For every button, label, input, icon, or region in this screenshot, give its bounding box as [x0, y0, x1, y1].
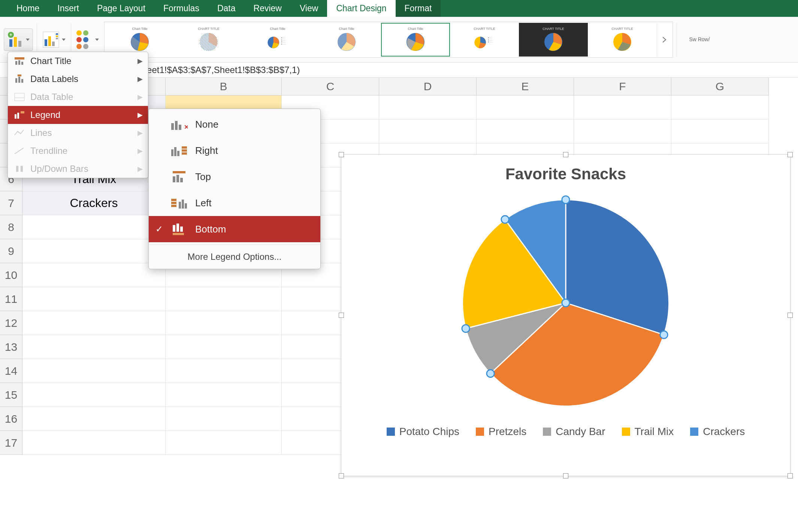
- pie-chart[interactable]: [341, 194, 790, 411]
- tab-format[interactable]: Format: [396, 0, 441, 17]
- legend-none[interactable]: ✕ None: [149, 111, 320, 137]
- cell[interactable]: [166, 431, 282, 455]
- row-header[interactable]: 10: [0, 263, 22, 287]
- svg-rect-50: [182, 146, 187, 149]
- tab-insert[interactable]: Insert: [48, 0, 88, 17]
- chart-style-6[interactable]: CHART TITLE ■ ——■ ——■ ——: [450, 23, 519, 57]
- chart-style-2[interactable]: CHART TITLE: [174, 23, 243, 57]
- cell[interactable]: [22, 215, 166, 239]
- cell[interactable]: [671, 119, 769, 143]
- tab-page-layout[interactable]: Page Layout: [88, 0, 154, 17]
- change-colors-button[interactable]: [75, 29, 100, 51]
- cell[interactable]: [22, 287, 166, 311]
- switch-row-column-button[interactable]: Sw Row/: [688, 37, 711, 42]
- cell[interactable]: [166, 335, 282, 359]
- menu-item-legend[interactable]: Legend▶: [8, 106, 148, 124]
- tab-review[interactable]: Review: [245, 0, 291, 17]
- cell[interactable]: [166, 407, 282, 431]
- row-header[interactable]: 12: [0, 311, 22, 335]
- legend-left[interactable]: Left: [149, 190, 320, 216]
- cell[interactable]: [22, 359, 166, 383]
- tab-data[interactable]: Data: [208, 0, 245, 17]
- cell[interactable]: [22, 263, 166, 287]
- legend-bottom[interactable]: ✓ Bottom: [149, 216, 320, 242]
- trendline-icon: [14, 146, 25, 155]
- svg-rect-53: [173, 171, 185, 173]
- resize-handle[interactable]: [563, 152, 568, 157]
- cell[interactable]: [166, 311, 282, 335]
- cell[interactable]: [22, 431, 166, 455]
- resize-handle[interactable]: [339, 473, 344, 478]
- resize-handle[interactable]: [788, 152, 793, 157]
- svg-text:+: +: [9, 32, 12, 37]
- row-header[interactable]: 8: [0, 215, 22, 239]
- tab-home[interactable]: Home: [7, 0, 48, 17]
- cell[interactable]: [166, 359, 282, 383]
- svg-text:■ ——: ■ ——: [281, 39, 286, 40]
- col-header-b[interactable]: B: [166, 77, 282, 95]
- col-header-f[interactable]: F: [574, 77, 671, 95]
- cell[interactable]: [22, 383, 166, 407]
- cell[interactable]: [574, 95, 671, 119]
- col-header-d[interactable]: D: [379, 77, 477, 95]
- chart-style-7[interactable]: CHART TITLE: [519, 23, 588, 57]
- svg-rect-55: [176, 175, 179, 182]
- cell[interactable]: [22, 239, 166, 263]
- chart-title[interactable]: Favorite Snacks: [341, 165, 790, 183]
- row-header[interactable]: 7: [0, 191, 22, 215]
- svg-rect-37: [15, 114, 16, 119]
- chart-styles-more-button[interactable]: [657, 23, 672, 57]
- legend-right[interactable]: Right: [149, 137, 320, 164]
- chart-style-1[interactable]: Chart Title: [105, 23, 174, 57]
- row-header[interactable]: 9: [0, 239, 22, 263]
- add-chart-element-button[interactable]: +: [4, 28, 33, 51]
- resize-handle[interactable]: [339, 152, 344, 157]
- chart-style-3[interactable]: Chart Title ■ ——■ ——■ ——■ ——: [243, 23, 312, 57]
- row-header[interactable]: 13: [0, 335, 22, 359]
- resize-handle[interactable]: [339, 313, 344, 318]
- svg-rect-30: [21, 62, 23, 65]
- svg-rect-45: [179, 125, 181, 130]
- cell[interactable]: [22, 335, 166, 359]
- cell[interactable]: [166, 287, 282, 311]
- legend-more-options[interactable]: More Legend Options...: [149, 247, 320, 267]
- cell[interactable]: [379, 119, 477, 143]
- chart-style-5[interactable]: Chart Title: [381, 23, 450, 57]
- row-header[interactable]: 16: [0, 407, 22, 431]
- col-header-e[interactable]: E: [477, 77, 574, 95]
- tab-view[interactable]: View: [291, 0, 327, 17]
- col-header-g[interactable]: G: [671, 77, 769, 95]
- cell[interactable]: [22, 407, 166, 431]
- tab-chart-design[interactable]: Chart Design: [327, 0, 395, 17]
- row-header[interactable]: 11: [0, 287, 22, 311]
- chart-style-8[interactable]: CHART TITLE: [588, 23, 657, 57]
- row-header[interactable]: 15: [0, 383, 22, 407]
- col-header-c[interactable]: C: [282, 77, 379, 95]
- cell-a7[interactable]: Crackers: [22, 191, 166, 215]
- svg-rect-8: [52, 42, 55, 46]
- row-header[interactable]: 14: [0, 359, 22, 383]
- chart-legend[interactable]: Potato Chips Pretzels Candy Bar Trail Mi…: [341, 426, 790, 438]
- cell[interactable]: [574, 119, 671, 143]
- resize-handle[interactable]: [788, 313, 793, 318]
- cell[interactable]: [166, 383, 282, 407]
- tab-formulas[interactable]: Formulas: [154, 0, 208, 17]
- row-header[interactable]: 17: [0, 431, 22, 455]
- svg-rect-2: [9, 39, 12, 47]
- menu-item-data-labels[interactable]: Data Labels▶: [8, 70, 148, 88]
- chart-object[interactable]: Favorite Snacks Potato Chips Pretzels Ca…: [341, 154, 791, 476]
- legend-top[interactable]: Top: [149, 164, 320, 190]
- resize-handle[interactable]: [788, 473, 793, 478]
- data-labels-icon: [14, 75, 25, 83]
- quick-layout-button[interactable]: [41, 30, 67, 50]
- cell[interactable]: [477, 119, 574, 143]
- chevron-right-icon: ▶: [137, 57, 143, 65]
- cell[interactable]: [671, 95, 769, 119]
- resize-handle[interactable]: [563, 473, 568, 478]
- cell[interactable]: [477, 95, 574, 119]
- cell[interactable]: [379, 95, 477, 119]
- cell[interactable]: [22, 311, 166, 335]
- chart-style-4[interactable]: Chart Title: [312, 23, 381, 57]
- menu-item-chart-title[interactable]: Chart Title▶: [8, 52, 148, 70]
- svg-rect-64: [176, 224, 179, 232]
